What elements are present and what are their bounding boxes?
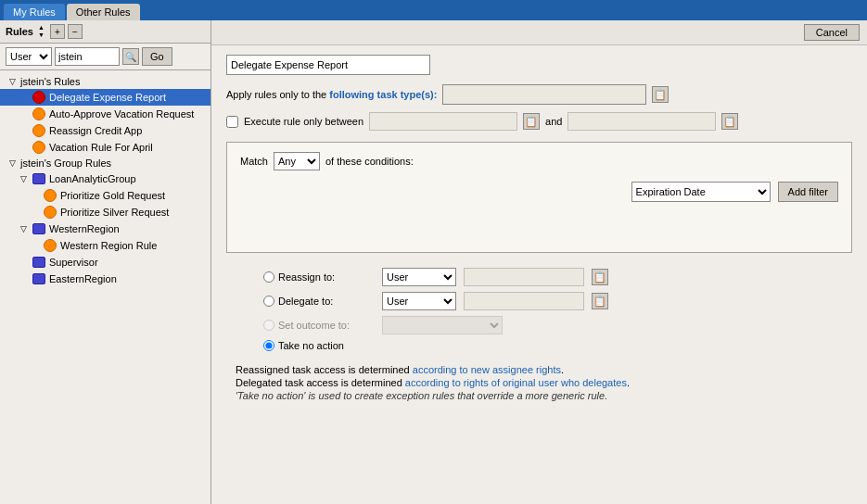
rule-name-input[interactable]	[226, 55, 430, 75]
search-icon: 🔍	[125, 52, 136, 62]
tree-item-prioritize-gold[interactable]: Prioritize Gold Request	[0, 187, 210, 204]
between-end-field[interactable]	[567, 112, 716, 131]
conditions-header: Match Any All of these conditions:	[240, 152, 838, 170]
delegate-value-input[interactable]	[464, 292, 584, 310]
tree-item-supervisor[interactable]: Supervisor	[0, 254, 210, 271]
group-rules-label: jstein's Group Rules	[20, 158, 111, 169]
rule-icon-orange-gold	[43, 188, 57, 203]
rule-icon-orange-3	[32, 140, 46, 155]
between-start-field[interactable]	[369, 112, 517, 131]
info-line1-pre: Reassigned task access is determined	[236, 364, 413, 375]
add-filter-button[interactable]: Add filter	[778, 182, 838, 202]
info-line-3: 'Take no action' is used to create excep…	[236, 390, 852, 401]
spacer-icon	[17, 256, 30, 269]
tree-section-jstein-rules[interactable]: ▽ jstein's Rules	[0, 74, 210, 89]
apply-rules-row: Apply rules only to the following task t…	[226, 84, 852, 105]
tab-my-rules[interactable]: My Rules	[4, 4, 65, 20]
spacer-icon	[17, 91, 30, 104]
western-rule-label: Western Region Rule	[60, 240, 157, 251]
browse-icon-reassign: 📋	[593, 271, 606, 284]
group-icon-western	[32, 221, 46, 236]
expand-western-icon: ▽	[17, 222, 30, 235]
reassign-radio[interactable]	[263, 271, 274, 283]
task-type-browse-button[interactable]: 📋	[652, 86, 669, 103]
browse-icon-2: 📋	[525, 116, 538, 128]
group-icon-supervisor	[32, 255, 46, 270]
conditions-box: Match Any All of these conditions: Expir…	[226, 142, 852, 253]
tree-section-group-rules[interactable]: ▽ jstein's Group Rules	[0, 156, 210, 170]
search-row: User 🔍 Go	[0, 44, 210, 70]
tree-item-delegate-expense-report[interactable]: Delegate Expense Report	[0, 89, 210, 106]
set-outcome-label: Set outcome to:	[263, 320, 375, 331]
set-outcome-row: Set outcome to:	[263, 316, 852, 334]
tree-item-prioritize-silver[interactable]: Prioritize Silver Request	[0, 204, 210, 220]
reassign-value-input[interactable]	[464, 268, 584, 286]
delegate-radio[interactable]	[263, 296, 274, 307]
action-section: Reassign to: User 📋 Delegate to:	[226, 268, 852, 351]
right-panel: Cancel Apply rules only to the following…	[211, 20, 867, 504]
rules-toolbar: Rules ▲ ▼ + −	[0, 20, 210, 44]
spacer-icon	[17, 124, 30, 137]
expand-group-icon: ▽	[6, 157, 19, 170]
take-no-action-label[interactable]: Take no action	[263, 340, 375, 351]
info-line-1: Reassigned task access is determined acc…	[236, 364, 852, 375]
jstein-rules-label: jstein's Rules	[20, 76, 80, 87]
info-text-section: Reassigned task access is determined acc…	[226, 364, 852, 401]
reassign-label[interactable]: Reassign to:	[263, 271, 375, 283]
tree-item-western-region[interactable]: ▽ WesternRegion	[0, 220, 210, 237]
delegate-browse-button[interactable]: 📋	[592, 293, 608, 309]
rule-name-row	[226, 55, 852, 75]
right-header: Cancel	[211, 20, 867, 45]
delegate-type-select[interactable]: User	[382, 292, 456, 310]
rule-icon-orange-silver	[43, 205, 57, 220]
reassign-browse-button[interactable]: 📋	[592, 269, 608, 285]
cancel-button[interactable]: Cancel	[804, 24, 860, 41]
delegate-label[interactable]: Delegate to:	[263, 296, 375, 307]
go-button[interactable]: Go	[142, 47, 172, 66]
take-no-action-radio[interactable]	[263, 340, 274, 351]
set-outcome-radio[interactable]	[263, 320, 274, 331]
prioritize-gold-label: Prioritize Gold Request	[60, 190, 165, 201]
spacer-icon	[28, 189, 41, 202]
search-icon-button[interactable]: 🔍	[122, 48, 139, 65]
between-end-browse[interactable]: 📋	[721, 113, 738, 130]
apply-label: Apply rules only to the following task t…	[226, 89, 437, 100]
reassign-type-select[interactable]: User	[382, 268, 456, 286]
spacer-icon	[28, 239, 41, 252]
set-outcome-select[interactable]	[382, 316, 503, 334]
sort-arrows[interactable]: ▲ ▼	[38, 24, 47, 39]
reassign-text: Reassign to:	[278, 271, 335, 283]
group-icon-loan	[32, 171, 46, 186]
rule-icon-orange-1	[32, 107, 46, 121]
execute-between-checkbox[interactable]	[226, 116, 238, 128]
browse-icon-3: 📋	[723, 116, 736, 128]
rule-icon-orange-2	[32, 123, 46, 138]
info-line2-post: .	[627, 377, 630, 388]
tree-item-auto-approve[interactable]: Auto-Approve Vacation Request	[0, 106, 210, 122]
tab-other-rules[interactable]: Other Rules	[67, 4, 140, 20]
western-region-label: WesternRegion	[49, 223, 120, 234]
info-line2-link[interactable]: according to rights of original user who…	[405, 377, 627, 388]
browse-icon: 📋	[654, 89, 667, 101]
match-select[interactable]: Any All	[274, 152, 320, 170]
search-input[interactable]	[55, 47, 120, 66]
reassign-row: Reassign to: User 📋	[263, 268, 852, 286]
tree-item-western-rule[interactable]: Western Region Rule	[0, 237, 210, 254]
info-line2-pre: Delegated task access is determined	[236, 377, 405, 388]
rules-label: Rules	[6, 26, 33, 37]
vacation-rule-label: Vacation Rule For April	[49, 142, 153, 153]
between-start-browse[interactable]: 📋	[523, 113, 540, 130]
task-type-input[interactable]	[442, 84, 646, 105]
info-line1-link[interactable]: according to new assignee rights	[413, 364, 561, 375]
tree-item-vacation-rule[interactable]: Vacation Rule For April	[0, 139, 210, 156]
delegate-row: Delegate to: User 📋	[263, 292, 852, 310]
tree-item-loan-group[interactable]: ▽ LoanAnalyticGroup	[0, 170, 210, 187]
filter-select[interactable]: Expiration Date	[631, 182, 771, 202]
search-type-select[interactable]: User	[6, 47, 52, 66]
add-rule-button[interactable]: +	[50, 24, 65, 39]
rule-icon-red	[32, 90, 46, 105]
tree-item-reassign-credit[interactable]: Reassign Credit App	[0, 122, 210, 139]
remove-rule-button[interactable]: −	[68, 24, 83, 39]
rule-tree: ▽ jstein's Rules Delegate Expense Report…	[0, 70, 210, 504]
tree-item-eastern-region[interactable]: EasternRegion	[0, 271, 210, 287]
